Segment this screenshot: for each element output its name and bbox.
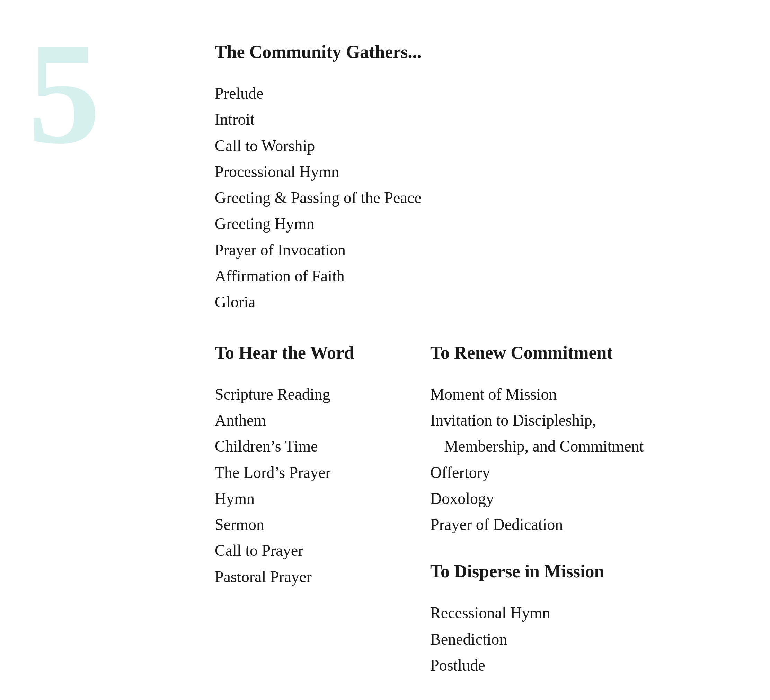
list-item: Membership, and Commitment	[430, 434, 644, 459]
list-item: Anthem	[215, 408, 354, 433]
list-item: The Lord’s Prayer	[215, 460, 354, 485]
hear-title: To Hear the Word	[215, 342, 354, 363]
list-item: Doxology	[430, 486, 644, 511]
list-item: Greeting Hymn	[215, 211, 700, 236]
renew-section: To Renew Commitment Moment of Mission In…	[430, 342, 644, 537]
list-item: Gloria	[215, 290, 700, 314]
list-item: Processional Hymn	[215, 159, 700, 184]
hear-items: Scripture Reading Anthem Children’s Time…	[215, 382, 354, 589]
content-area: The Community Gathers... Prelude Introit…	[215, 42, 700, 677]
list-item: Scripture Reading	[215, 382, 354, 407]
renew-items: Moment of Mission Invitation to Disciple…	[430, 382, 644, 537]
disperse-title: To Disperse in Mission	[430, 561, 644, 582]
list-item: Greeting & Passing of the Peace	[215, 185, 700, 210]
list-item: Invitation to Discipleship,	[430, 408, 644, 433]
disperse-items: Recessional Hymn Benediction Postlude	[430, 601, 644, 677]
list-item: Prayer of Invocation	[215, 238, 700, 262]
watermark-number: 5	[28, 21, 100, 166]
list-item: Postlude	[430, 653, 644, 677]
list-item: Benediction	[430, 627, 644, 651]
gather-items: Prelude Introit Call to Worship Processi…	[215, 81, 700, 314]
gather-title: The Community Gathers...	[215, 42, 700, 62]
hear-column: To Hear the Word Scripture Reading Anthe…	[215, 342, 354, 678]
disperse-section: To Disperse in Mission Recessional Hymn …	[430, 561, 644, 677]
list-item: Call to Prayer	[215, 538, 354, 563]
list-item: Call to Worship	[215, 133, 700, 158]
list-item: Sermon	[215, 512, 354, 537]
list-item: Prelude	[215, 81, 700, 106]
right-column: To Renew Commitment Moment of Mission In…	[430, 342, 644, 678]
list-item: Prayer of Dedication	[430, 512, 644, 537]
list-item: Introit	[215, 107, 700, 132]
list-item: Offertory	[430, 460, 644, 485]
list-item: Pastoral Prayer	[215, 564, 354, 589]
list-item: Moment of Mission	[430, 382, 644, 407]
list-item: Hymn	[215, 486, 354, 511]
page-container: 5 The Community Gathers... Prelude Intro…	[0, 0, 770, 700]
two-column-area: To Hear the Word Scripture Reading Anthe…	[215, 342, 700, 678]
gather-section: The Community Gathers... Prelude Introit…	[215, 42, 700, 314]
list-item: Children’s Time	[215, 434, 354, 459]
list-item: Recessional Hymn	[430, 601, 644, 625]
list-item: Affirmation of Faith	[215, 264, 700, 288]
renew-title: To Renew Commitment	[430, 342, 644, 363]
